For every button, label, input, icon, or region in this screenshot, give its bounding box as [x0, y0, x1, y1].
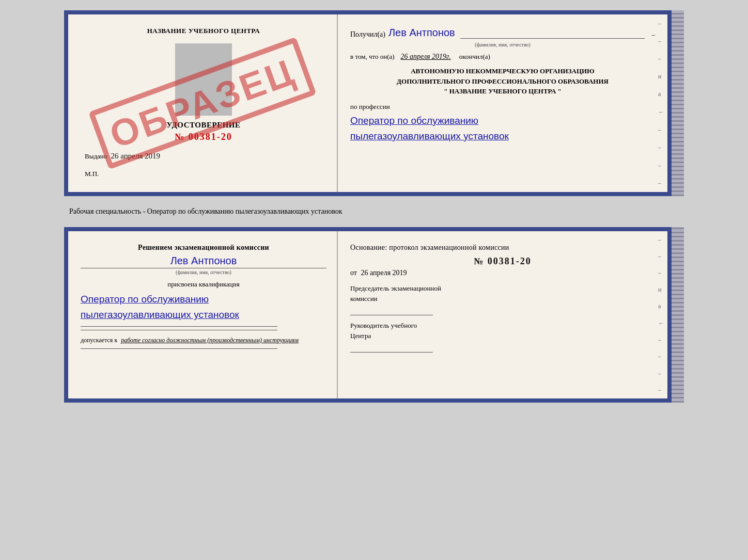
vtom-date: 26 апреля 2019г. [401, 53, 451, 61]
poluchil-label: Получил(а) [350, 30, 385, 39]
vydano-prefix: Выдано [85, 152, 107, 160]
resheniem-label: Решением экзаменационной комиссии [81, 244, 326, 252]
top-certificate-wrapper: НАЗВАНИЕ УЧЕБНОГО ЦЕНТРА УДОСТОВЕРЕНИЕ №… [64, 10, 684, 196]
photo-placeholder [175, 43, 232, 116]
document-container: НАЗВАНИЕ УЧЕБНОГО ЦЕНТРА УДОСТОВЕРЕНИЕ №… [64, 10, 684, 403]
rukovoditel-block: Руководитель учебного Центра [350, 322, 655, 353]
po-professii-label: по профессии [350, 103, 655, 111]
predsedatel-line2: комиссии [350, 295, 655, 303]
org-line2: ДОПОЛНИТЕЛЬНОГО ПРОФЕССИОНАЛЬНОГО ОБРАЗО… [350, 76, 655, 87]
profession-line2: пылегазоулавливающих установок [350, 129, 655, 144]
binding-right-bottom [672, 227, 684, 403]
dopuskaetsya-text: работе согласно должностным (производств… [121, 337, 299, 344]
separator-text: Рабочая специальность - Оператор по обсл… [64, 204, 684, 219]
predsedatel-line1: Председатель экзаменационной [350, 284, 655, 293]
cert-bottom-right: Основание: протокол экзаменационной коми… [338, 231, 667, 398]
vtom-prefix: в том, что он(а) [350, 53, 395, 61]
cert-top-right: Получил(а) Лев Антпонов – (фамилия, имя,… [338, 14, 667, 192]
right-dashes: –––иа←–––– [658, 14, 664, 192]
profession-line1: Оператор по обслуживанию [350, 113, 655, 129]
rukovoditel-sig-line [350, 342, 433, 353]
certificate-bottom: Решением экзаменационной комиссии Лев Ан… [64, 227, 672, 403]
bottom-qualification-line2: пылегазоулавливающих установок [81, 307, 326, 323]
org-block: АВТОНОМНУЮ НЕКОММЕРЧЕСКУЮ ОРГАНИЗАЦИЮ ДО… [350, 66, 655, 97]
bottom-recipient-name: Лев Антпонов [81, 255, 326, 267]
bottom-certificate-wrapper: Решением экзаменационной комиссии Лев Ан… [64, 227, 684, 403]
bottom-right-dashes: –––иа←–––– [658, 231, 664, 398]
dopuskaetsya-block: допускается к работе согласно должностны… [81, 337, 326, 344]
cert-number: № 00381-20 [81, 132, 326, 142]
top-school-name: НАЗВАНИЕ УЧЕБНОГО ЦЕНТРА [81, 27, 326, 35]
okonchil-label: окончил(а) [459, 53, 490, 61]
ot-prefix: от [350, 269, 357, 277]
recipient-row: Получил(а) Лев Антпонов – [350, 27, 655, 39]
fio-label-top: (фамилия, имя, отчество) [350, 42, 655, 47]
cert-bottom-left: Решением экзаменационной комиссии Лев Ан… [68, 231, 338, 398]
predsedatel-block: Председатель экзаменационной комиссии [350, 284, 655, 315]
udostoverenie-label: УДОСТОВЕРЕНИЕ [81, 121, 326, 130]
protocol-date: от 26 апреля 2019 [350, 269, 655, 277]
prisvoena-label: присвоена квалификация [81, 280, 326, 289]
mp-label: М.П. [81, 170, 326, 178]
protocol-number: № 00381-20 [350, 256, 655, 267]
rukovoditel-line2: Центра [350, 332, 655, 340]
recipient-name-top: Лев Антпонов [388, 27, 455, 39]
predsedatel-sig-line [350, 305, 433, 315]
osnovanie-label: Основание: протокол экзаменационной коми… [350, 244, 655, 252]
ot-date: 26 апреля 2019 [361, 269, 407, 277]
binding-right-top [672, 10, 684, 196]
cert-top-left: НАЗВАНИЕ УЧЕБНОГО ЦЕНТРА УДОСТОВЕРЕНИЕ №… [68, 14, 338, 192]
bottom-fio-label: (фамилия, имя, отчество) [81, 268, 326, 275]
sig-line-2 [81, 330, 277, 330]
dopuskaetsya-prefix: допускается к [81, 337, 117, 344]
vydano-date: 26 апреля 2019 [111, 152, 161, 160]
vtom-row: в том, что он(а) 26 апреля 2019г. окончи… [350, 53, 655, 61]
rukovoditel-line1: Руководитель учебного [350, 322, 655, 330]
sig-line-3 [81, 348, 277, 349]
org-line1: АВТОНОМНУЮ НЕКОММЕРЧЕСКУЮ ОРГАНИЗАЦИЮ [350, 66, 655, 76]
org-line3: " НАЗВАНИЕ УЧЕБНОГО ЦЕНТРА " [350, 86, 655, 97]
dash-1: – [652, 30, 656, 39]
certificate-top: НАЗВАНИЕ УЧЕБНОГО ЦЕНТРА УДОСТОВЕРЕНИЕ №… [64, 10, 672, 196]
sig-line-1 [81, 326, 277, 327]
vydano-line: Выдано 26 апреля 2019 [81, 152, 326, 161]
bottom-qualification-line1: Оператор по обслуживанию [81, 292, 326, 307]
name-underline [460, 38, 645, 39]
